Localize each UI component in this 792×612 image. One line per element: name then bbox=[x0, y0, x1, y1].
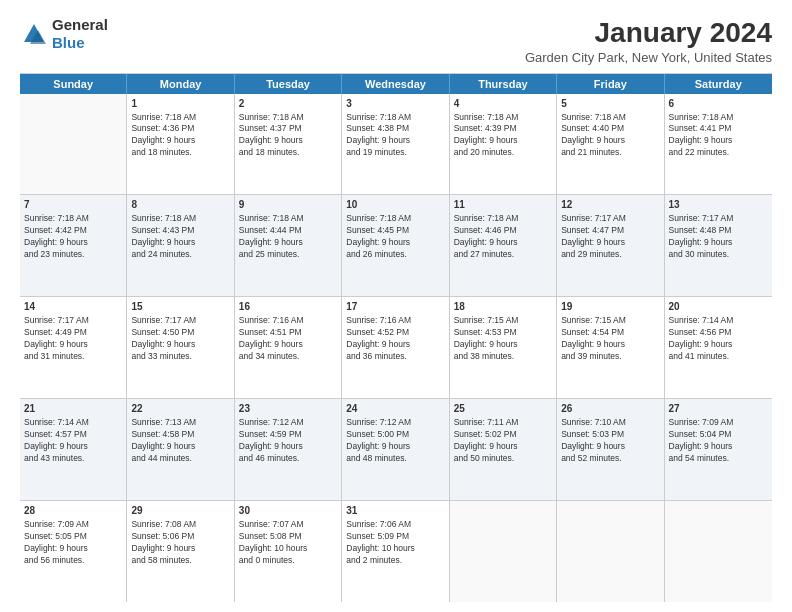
calendar-cell: 9Sunrise: 7:18 AMSunset: 4:44 PMDaylight… bbox=[235, 195, 342, 296]
day-info-line: Sunset: 4:47 PM bbox=[561, 225, 659, 237]
header-day-saturday: Saturday bbox=[665, 74, 772, 94]
day-info-line: Sunset: 4:49 PM bbox=[24, 327, 122, 339]
day-number: 10 bbox=[346, 198, 444, 212]
calendar-body: 1Sunrise: 7:18 AMSunset: 4:36 PMDaylight… bbox=[20, 94, 772, 602]
day-info-line: and 2 minutes. bbox=[346, 555, 444, 567]
day-info-line: Sunrise: 7:12 AM bbox=[239, 417, 337, 429]
day-info-line: and 31 minutes. bbox=[24, 351, 122, 363]
day-info-line: Daylight: 9 hours bbox=[239, 135, 337, 147]
day-info-line: Daylight: 9 hours bbox=[346, 339, 444, 351]
day-info-line: Daylight: 9 hours bbox=[239, 339, 337, 351]
day-info-line: Sunset: 5:03 PM bbox=[561, 429, 659, 441]
day-info-line: and 34 minutes. bbox=[239, 351, 337, 363]
day-info-line: Sunset: 4:43 PM bbox=[131, 225, 229, 237]
day-number: 11 bbox=[454, 198, 552, 212]
calendar: SundayMondayTuesdayWednesdayThursdayFrid… bbox=[20, 73, 772, 602]
day-info-line: and 50 minutes. bbox=[454, 453, 552, 465]
day-info-line: Sunrise: 7:18 AM bbox=[239, 112, 337, 124]
day-info-line: Daylight: 9 hours bbox=[346, 135, 444, 147]
day-info-line: Sunrise: 7:09 AM bbox=[669, 417, 768, 429]
day-info-line: Daylight: 9 hours bbox=[669, 135, 768, 147]
day-number: 21 bbox=[24, 402, 122, 416]
calendar-cell: 19Sunrise: 7:15 AMSunset: 4:54 PMDayligh… bbox=[557, 297, 664, 398]
day-info-line: Sunset: 5:04 PM bbox=[669, 429, 768, 441]
day-info-line: Sunrise: 7:11 AM bbox=[454, 417, 552, 429]
day-info-line: and 18 minutes. bbox=[239, 147, 337, 159]
day-info-line: Sunrise: 7:10 AM bbox=[561, 417, 659, 429]
day-info-line: and 52 minutes. bbox=[561, 453, 659, 465]
day-info-line: Daylight: 9 hours bbox=[24, 543, 122, 555]
day-info-line: and 43 minutes. bbox=[24, 453, 122, 465]
day-info-line: Sunrise: 7:18 AM bbox=[131, 112, 229, 124]
day-number: 15 bbox=[131, 300, 229, 314]
calendar-cell: 17Sunrise: 7:16 AMSunset: 4:52 PMDayligh… bbox=[342, 297, 449, 398]
day-info-line: Sunset: 4:53 PM bbox=[454, 327, 552, 339]
day-info-line: Daylight: 9 hours bbox=[131, 339, 229, 351]
day-info-line: and 0 minutes. bbox=[239, 555, 337, 567]
day-info-line: Daylight: 10 hours bbox=[239, 543, 337, 555]
day-number: 25 bbox=[454, 402, 552, 416]
day-info-line: Daylight: 9 hours bbox=[454, 339, 552, 351]
day-info-line: Sunrise: 7:09 AM bbox=[24, 519, 122, 531]
header-day-monday: Monday bbox=[127, 74, 234, 94]
day-info-line: Sunrise: 7:18 AM bbox=[561, 112, 659, 124]
day-info-line: and 25 minutes. bbox=[239, 249, 337, 261]
calendar-cell: 6Sunrise: 7:18 AMSunset: 4:41 PMDaylight… bbox=[665, 94, 772, 195]
day-info-line: Sunrise: 7:07 AM bbox=[239, 519, 337, 531]
logo-general: General bbox=[52, 16, 108, 33]
day-info-line: Sunset: 4:51 PM bbox=[239, 327, 337, 339]
subtitle: Garden City Park, New York, United State… bbox=[525, 50, 772, 65]
day-number: 8 bbox=[131, 198, 229, 212]
day-info-line: Sunset: 5:08 PM bbox=[239, 531, 337, 543]
calendar-cell: 24Sunrise: 7:12 AMSunset: 5:00 PMDayligh… bbox=[342, 399, 449, 500]
day-number: 18 bbox=[454, 300, 552, 314]
day-info-line: Sunset: 4:46 PM bbox=[454, 225, 552, 237]
day-info-line: and 41 minutes. bbox=[669, 351, 768, 363]
calendar-cell bbox=[557, 501, 664, 602]
day-info-line: Sunrise: 7:18 AM bbox=[454, 112, 552, 124]
calendar-cell: 23Sunrise: 7:12 AMSunset: 4:59 PMDayligh… bbox=[235, 399, 342, 500]
day-info-line: Sunrise: 7:15 AM bbox=[561, 315, 659, 327]
day-number: 23 bbox=[239, 402, 337, 416]
day-info-line: Sunset: 4:42 PM bbox=[24, 225, 122, 237]
day-info-line: Sunset: 4:54 PM bbox=[561, 327, 659, 339]
day-info-line: and 27 minutes. bbox=[454, 249, 552, 261]
day-number: 12 bbox=[561, 198, 659, 212]
day-info-line: Sunset: 4:52 PM bbox=[346, 327, 444, 339]
title-block: January 2024 Garden City Park, New York,… bbox=[525, 16, 772, 65]
day-info-line: Sunrise: 7:18 AM bbox=[346, 112, 444, 124]
calendar-cell: 18Sunrise: 7:15 AMSunset: 4:53 PMDayligh… bbox=[450, 297, 557, 398]
day-info-line: Sunrise: 7:14 AM bbox=[669, 315, 768, 327]
day-info-line: Sunrise: 7:16 AM bbox=[239, 315, 337, 327]
calendar-cell: 26Sunrise: 7:10 AMSunset: 5:03 PMDayligh… bbox=[557, 399, 664, 500]
calendar-cell: 12Sunrise: 7:17 AMSunset: 4:47 PMDayligh… bbox=[557, 195, 664, 296]
day-info-line: Sunrise: 7:18 AM bbox=[346, 213, 444, 225]
day-info-line: Sunset: 5:02 PM bbox=[454, 429, 552, 441]
day-info-line: and 26 minutes. bbox=[346, 249, 444, 261]
day-info-line: Sunset: 4:40 PM bbox=[561, 123, 659, 135]
day-info-line: and 23 minutes. bbox=[24, 249, 122, 261]
day-number: 7 bbox=[24, 198, 122, 212]
day-number: 5 bbox=[561, 97, 659, 111]
day-info-line: and 39 minutes. bbox=[561, 351, 659, 363]
day-info-line: and 24 minutes. bbox=[131, 249, 229, 261]
day-info-line: Daylight: 9 hours bbox=[24, 339, 122, 351]
calendar-cell: 14Sunrise: 7:17 AMSunset: 4:49 PMDayligh… bbox=[20, 297, 127, 398]
day-info-line: Daylight: 9 hours bbox=[131, 543, 229, 555]
calendar-cell: 3Sunrise: 7:18 AMSunset: 4:38 PMDaylight… bbox=[342, 94, 449, 195]
header-day-sunday: Sunday bbox=[20, 74, 127, 94]
calendar-cell: 22Sunrise: 7:13 AMSunset: 4:58 PMDayligh… bbox=[127, 399, 234, 500]
calendar-row-3: 21Sunrise: 7:14 AMSunset: 4:57 PMDayligh… bbox=[20, 399, 772, 501]
calendar-cell: 16Sunrise: 7:16 AMSunset: 4:51 PMDayligh… bbox=[235, 297, 342, 398]
calendar-cell bbox=[665, 501, 772, 602]
calendar-cell: 21Sunrise: 7:14 AMSunset: 4:57 PMDayligh… bbox=[20, 399, 127, 500]
logo-text: General Blue bbox=[52, 16, 108, 52]
day-info-line: Sunset: 4:36 PM bbox=[131, 123, 229, 135]
day-info-line: Daylight: 9 hours bbox=[346, 237, 444, 249]
calendar-cell: 28Sunrise: 7:09 AMSunset: 5:05 PMDayligh… bbox=[20, 501, 127, 602]
day-info-line: Daylight: 9 hours bbox=[561, 135, 659, 147]
day-info-line: and 54 minutes. bbox=[669, 453, 768, 465]
day-number: 3 bbox=[346, 97, 444, 111]
day-info-line: and 21 minutes. bbox=[561, 147, 659, 159]
day-number: 22 bbox=[131, 402, 229, 416]
